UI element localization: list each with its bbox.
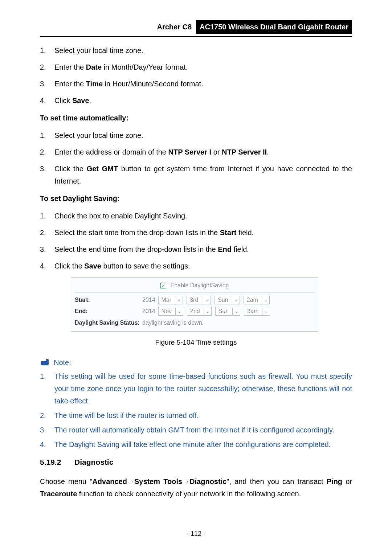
step-text: in Month/Day/Year format. <box>102 63 188 71</box>
step-bold: Date <box>86 63 102 71</box>
daylight-saving-panel: Enable DaylightSaving Start: 2014 Mar⌄ 3… <box>71 277 318 332</box>
enable-row: Enable DaylightSaving <box>71 280 318 291</box>
enable-daylight-label: Enable DaylightSaving <box>171 280 229 290</box>
note-text: This setting will be used for some time-… <box>54 372 352 405</box>
manual-steps: 1.Select your local time zone. 2. Enter … <box>40 44 352 107</box>
start-time-select[interactable]: 2am⌄ <box>244 296 270 304</box>
step-bold: Start <box>220 229 237 237</box>
step-text: field. <box>236 229 254 237</box>
list-item: 4.The Daylight Saving will take effect o… <box>40 438 352 451</box>
end-month-select[interactable]: Nov⌄ <box>158 307 183 316</box>
select-value: 2nd <box>187 306 204 316</box>
para-text: function to check connectivity of your n… <box>77 490 301 498</box>
status-value: daylight saving is down. <box>142 318 204 328</box>
section-heading: 5.19.2Diagnostic <box>40 456 352 469</box>
chevron-down-icon: ⌄ <box>232 296 240 304</box>
end-time-select[interactable]: 3am⌄ <box>244 307 270 316</box>
step-text: Select your local time zone. <box>54 46 143 54</box>
chevron-down-icon: ⌄ <box>203 296 211 304</box>
page: Archer C8 AC1750 Wireless Dual Band Giga… <box>0 0 392 554</box>
para-text: ", and then you can transact <box>226 477 326 485</box>
header-model: Archer C8 <box>157 21 192 33</box>
chevron-down-icon: ⌄ <box>175 308 183 315</box>
step-text: . <box>89 97 91 104</box>
chevron-down-icon: ⌄ <box>262 308 270 315</box>
start-label: Start: <box>75 295 140 305</box>
step-bold: End <box>218 245 232 253</box>
start-day-select[interactable]: Sun⌄ <box>215 296 240 304</box>
select-value: 3rd <box>187 295 203 305</box>
arrow-icon: → <box>127 477 134 485</box>
step-bold: Get GMT <box>87 165 118 173</box>
para-text: or <box>342 477 352 485</box>
step-text: . <box>267 148 269 156</box>
para-text: Choose menu " <box>40 477 92 485</box>
list-item: 2. Enter the address or domain of the NT… <box>40 146 352 158</box>
section-title: Diagnostic <box>74 458 113 466</box>
list-item: 3.The router will automatically obtain G… <box>40 424 352 436</box>
status-row: Daylight Saving Status: daylight saving … <box>71 317 318 328</box>
start-row: Start: 2014 Mar⌄ 3rd⌄ Sun⌄ 2am⌄ <box>71 294 318 305</box>
end-year: 2014 <box>142 306 155 316</box>
list-item: 3. Enter the Time in Hour/Minute/Second … <box>40 78 352 90</box>
step-text: Select the start time from the drop-down… <box>54 229 220 237</box>
step-text: Enter the <box>54 80 86 88</box>
select-value: Nov <box>159 306 175 316</box>
end-label: End: <box>75 306 140 316</box>
para-bold: Ping <box>327 477 342 485</box>
note-list: 1.This setting will be used for some tim… <box>40 370 352 451</box>
select-value: Sun <box>216 306 232 316</box>
diagnostic-paragraph: Choose menu "Advanced→System Tools→Diagn… <box>40 475 352 500</box>
list-item: 1.Select your local time zone. <box>40 129 352 141</box>
list-item: 4. Click the Save button to save the set… <box>40 260 352 272</box>
list-item: 1.Select your local time zone. <box>40 44 352 57</box>
step-bold: Time <box>86 80 103 88</box>
chevron-down-icon: ⌄ <box>175 296 183 304</box>
end-week-select[interactable]: 2nd⌄ <box>187 307 212 316</box>
note-list-wrap: 1.This setting will be used for some tim… <box>40 370 352 451</box>
step-text: field. <box>232 245 249 253</box>
select-value: 3am <box>244 306 262 316</box>
end-row: End: 2014 Nov⌄ 2nd⌄ Sun⌄ 3am⌄ <box>71 305 318 317</box>
step-text: button to save the settings. <box>101 262 190 270</box>
heading-auto: To set time automatically: <box>40 112 352 124</box>
step-bold: NTP Server I <box>168 148 212 156</box>
select-value: Sun <box>215 295 232 305</box>
list-item: 2.The time will be lost if the router is… <box>40 409 352 422</box>
step-text: Select your local time zone. <box>54 131 143 139</box>
list-item: 1.Check the box to enable Daylight Savin… <box>40 210 352 222</box>
chevron-down-icon: ⌄ <box>204 308 211 315</box>
header-rule <box>40 36 352 37</box>
step-text: Enter the <box>54 63 86 71</box>
note-heading: Note: <box>40 356 352 369</box>
enable-daylight-checkbox[interactable] <box>160 283 166 288</box>
note-text: The Daylight Saving will take effect one… <box>54 440 331 448</box>
header-title: AC1750 Wireless Dual Band Gigabit Router <box>196 20 352 34</box>
step-text: Enter the address or domain of the <box>54 148 168 156</box>
end-day-select[interactable]: Sun⌄ <box>215 307 240 316</box>
note-label: Note: <box>54 356 71 369</box>
select-value: 2am <box>244 295 262 305</box>
step-bold: Save <box>84 262 101 270</box>
step-bold: NTP Server II <box>222 148 267 156</box>
chevron-down-icon: ⌄ <box>262 296 269 304</box>
panel-divider <box>75 292 314 293</box>
step-bold: Save <box>72 97 89 104</box>
step-text: Select the end time from the drop-down l… <box>54 245 218 253</box>
ds-steps: 1.Check the box to enable Daylight Savin… <box>40 210 352 272</box>
chevron-down-icon: ⌄ <box>232 308 240 315</box>
heading-ds: To set Daylight Saving: <box>40 192 352 205</box>
note-text: The time will be lost if the router is t… <box>54 411 199 419</box>
section-number: 5.19.2 <box>40 456 74 469</box>
start-month-select[interactable]: Mar⌄ <box>158 296 183 304</box>
para-bold: System Tools <box>134 477 182 485</box>
start-year: 2014 <box>142 295 155 305</box>
step-text: or <box>211 148 222 156</box>
figure-caption: Figure 5-104 Time settings <box>40 337 352 348</box>
step-text: in Hour/Minute/Second format. <box>103 80 203 88</box>
start-week-select[interactable]: 3rd⌄ <box>187 296 211 304</box>
list-item: 2. Enter the Date in Month/Day/Year form… <box>40 61 352 73</box>
list-item: 3. Click the Get GMT button to get syste… <box>40 163 352 187</box>
status-label: Daylight Saving Status: <box>75 318 140 328</box>
step-text: Click the <box>54 165 87 173</box>
